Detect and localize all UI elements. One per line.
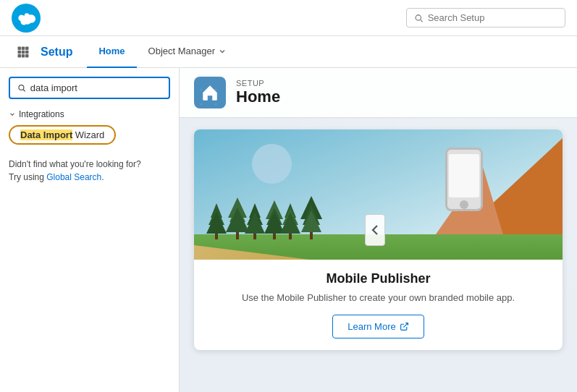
nav-title: Setup [41, 46, 72, 59]
svg-rect-4 [25, 46, 29, 50]
topbar-search-input[interactable] [428, 12, 557, 23]
content-area: SETUP Home [180, 68, 577, 392]
setup-label: SETUP [236, 79, 280, 88]
svg-rect-9 [22, 54, 25, 58]
svg-rect-5 [18, 50, 22, 54]
not-found-message: Didn't find what you're looking for? Try… [9, 158, 170, 184]
highlight-text: Data Import [20, 129, 72, 140]
search-icon [414, 13, 424, 23]
sidebar-search-input[interactable]: data import [30, 82, 161, 93]
sidebar-search-box[interactable]: data import [9, 77, 170, 99]
svg-rect-2 [18, 46, 22, 50]
svg-line-13 [403, 323, 408, 328]
carousel-prev-button[interactable] [365, 214, 385, 246]
sidebar-section-integrations[interactable]: Integrations [9, 109, 170, 119]
svg-line-1 [421, 20, 423, 22]
setup-home-header: SETUP Home [180, 68, 577, 118]
card-body: Mobile Publisher Use the Mobile Publishe… [194, 260, 563, 350]
top-bar [0, 0, 577, 36]
app-launcher-icon[interactable] [12, 41, 35, 64]
nav-bar: Setup Home Object Manager [0, 36, 577, 68]
phone-screen [449, 154, 479, 197]
moon-shape [252, 144, 292, 184]
sidebar: data import Integrations Data Import Wiz… [0, 68, 180, 392]
card-title: Mobile Publisher [209, 271, 548, 286]
home-icon [201, 83, 219, 102]
sidebar-search-icon [17, 83, 26, 93]
learn-more-button[interactable]: Learn More [332, 315, 424, 338]
svg-point-11 [19, 85, 24, 90]
chevron-down-icon [218, 47, 227, 56]
main-layout: data import Integrations Data Import Wiz… [0, 68, 577, 392]
tab-home[interactable]: Home [87, 36, 136, 68]
svg-rect-3 [22, 46, 25, 50]
salesforce-logo [12, 4, 41, 33]
chevron-left-icon [371, 224, 379, 236]
svg-line-12 [23, 90, 25, 92]
global-search-link[interactable]: Global Search [46, 172, 101, 182]
svg-point-0 [416, 14, 421, 20]
card-description: Use the Mobile Publisher to create your … [209, 292, 548, 303]
top-bar-search-box[interactable] [406, 8, 565, 27]
home-icon-container [194, 77, 226, 108]
tree-group-left [209, 205, 320, 239]
data-import-wizard-link[interactable]: Data Import Wizard [9, 125, 116, 145]
tab-object-manager[interactable]: Object Manager [137, 36, 239, 68]
svg-rect-6 [22, 50, 25, 54]
external-link-icon [400, 322, 409, 331]
phone-icon [445, 148, 483, 211]
svg-rect-7 [25, 50, 29, 54]
chevron-down-icon [9, 111, 16, 118]
phone-home-button [460, 200, 468, 209]
home-title: Home [236, 88, 280, 106]
svg-rect-10 [25, 54, 29, 58]
svg-rect-8 [18, 54, 22, 58]
